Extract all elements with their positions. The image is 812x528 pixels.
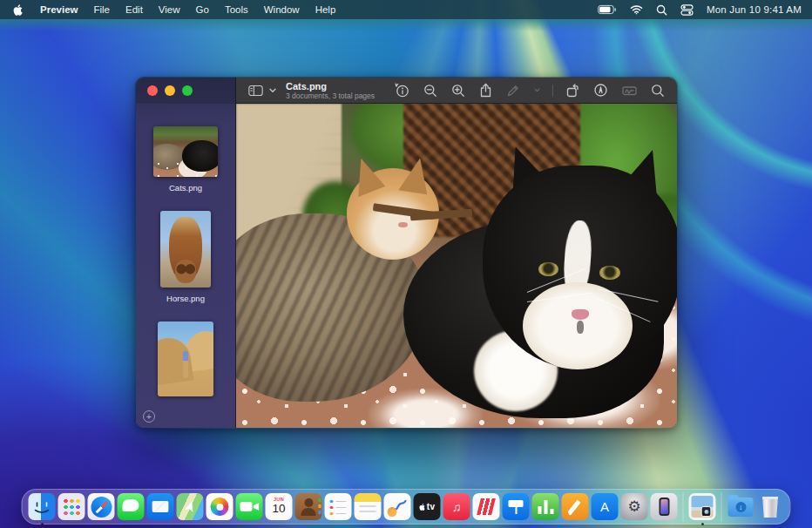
spotlight-search-icon[interactable] xyxy=(656,4,667,16)
window-title: Cats.png xyxy=(286,81,375,91)
window-title-group: Cats.png 3 documents, 3 total pages xyxy=(286,81,375,100)
toolbar-divider xyxy=(552,85,553,97)
menu-bar-status: Mon Jun 10 9:41 AM xyxy=(598,4,802,16)
thumbnail-label-horse: Horse.png xyxy=(166,294,205,303)
window-subtitle: 3 documents, 3 total pages xyxy=(286,91,375,100)
dock-messages-icon[interactable] xyxy=(118,493,145,520)
appletv-tv-glyph: tv xyxy=(427,502,436,511)
photo-tuxedo-eye xyxy=(599,266,619,280)
dock-launchpad-icon[interactable] xyxy=(58,493,85,520)
dock-finder-slot xyxy=(29,493,56,520)
markup-pencil-icon[interactable] xyxy=(504,82,522,99)
dock-keynote-icon[interactable] xyxy=(503,493,530,520)
menu-view[interactable]: View xyxy=(151,4,188,15)
dock-settings-icon[interactable]: ⚙ xyxy=(621,493,648,520)
downloads-arrow-glyph: ↓ xyxy=(735,502,746,512)
markup-chevron-icon[interactable] xyxy=(532,86,542,94)
photo-tuxedo-mouth xyxy=(577,321,584,334)
control-center-icon[interactable] xyxy=(680,4,694,16)
menu-bar: Preview File Edit View Go Tools Window H… xyxy=(0,0,812,19)
dock-trash-icon[interactable] xyxy=(757,493,784,520)
signature-icon[interactable] xyxy=(620,83,639,98)
dock-contacts-icon[interactable] xyxy=(295,493,322,520)
add-page-button[interactable]: + xyxy=(143,410,155,423)
zoom-in-icon[interactable] xyxy=(450,82,467,99)
settings-gear-glyph: ⚙ xyxy=(627,499,640,514)
photo-tuxedo-nose xyxy=(572,309,589,320)
dock-music-icon[interactable]: ♫ xyxy=(443,493,470,520)
battery-icon[interactable] xyxy=(598,4,617,15)
cats-photo xyxy=(236,104,677,428)
dock-iphone-mirroring-icon[interactable] xyxy=(651,493,678,520)
sidebar-toggle-icon[interactable] xyxy=(247,83,265,98)
photo-tuxedo-eye xyxy=(538,262,558,276)
apple-logo-icon xyxy=(12,3,24,17)
menu-go[interactable]: Go xyxy=(188,4,217,15)
dock-appletv-icon[interactable]: tv xyxy=(414,493,441,520)
menu-edit[interactable]: Edit xyxy=(118,4,151,15)
fullscreen-button[interactable] xyxy=(182,85,193,96)
window-toolbar: Cats.png 3 documents, 3 total pages xyxy=(236,78,677,104)
minimize-button[interactable] xyxy=(165,85,175,96)
titlebar-traffic-lights xyxy=(136,78,235,104)
calendar-day: 10 xyxy=(266,502,293,515)
dock-appstore-icon[interactable]: A xyxy=(592,493,619,520)
thumbnail-horse[interactable]: Horse.png xyxy=(160,211,211,303)
thumbnail-cats[interactable]: Cats.png xyxy=(153,126,218,193)
highlight-icon[interactable] xyxy=(592,81,610,99)
dock-preview-icon[interactable] xyxy=(689,493,716,520)
thumbnail-desert[interactable] xyxy=(158,322,213,396)
search-icon[interactable] xyxy=(649,82,667,99)
dock-facetime-icon[interactable] xyxy=(236,493,263,520)
apple-menu[interactable] xyxy=(10,3,32,17)
share-icon[interactable] xyxy=(477,81,494,99)
sidebar-chevron-down-icon[interactable] xyxy=(267,86,278,95)
dock-divider xyxy=(721,492,722,522)
dock-downloads-icon[interactable]: ↓ xyxy=(727,493,754,520)
close-button[interactable] xyxy=(147,85,158,96)
horse-thumbnail-image xyxy=(160,211,211,288)
preview-window: Cats.png Horse.png + xyxy=(135,77,678,429)
dock-pages-icon[interactable] xyxy=(562,493,589,520)
menu-file[interactable]: File xyxy=(85,4,118,15)
zoom-out-icon[interactable] xyxy=(422,82,439,99)
cats-thumbnail-image xyxy=(153,126,218,177)
window-main: Cats.png 3 documents, 3 total pages xyxy=(236,78,677,428)
menu-preview[interactable]: Preview xyxy=(32,4,85,15)
thumbnail-list: Cats.png Horse.png + xyxy=(136,104,235,428)
dock-preview-slot xyxy=(689,493,716,520)
inspector-icon[interactable] xyxy=(393,81,411,99)
dock-photos-icon[interactable] xyxy=(206,493,233,520)
desert-thumbnail-image xyxy=(158,322,213,396)
dock-maps-icon[interactable] xyxy=(177,493,204,520)
dock-mail-icon[interactable] xyxy=(147,493,174,520)
dock-divider xyxy=(683,492,684,522)
menu-bar-menus: Preview File Edit View Go Tools Window H… xyxy=(10,3,343,17)
dock-finder-icon[interactable] xyxy=(29,493,56,520)
rotate-icon[interactable] xyxy=(564,82,581,99)
dock-calendar-icon[interactable]: JUN 10 xyxy=(266,493,293,520)
menu-bar-clock[interactable]: Mon Jun 10 9:41 AM xyxy=(707,4,802,15)
dock-numbers-icon[interactable] xyxy=(532,493,559,520)
desert-thumbnail-art xyxy=(158,322,213,396)
image-canvas xyxy=(236,104,677,428)
dock: JUN 10 tv ♫ A ⚙ xyxy=(22,489,791,525)
menu-tools[interactable]: Tools xyxy=(217,4,256,15)
music-note-glyph: ♫ xyxy=(452,501,462,513)
desktop: Preview File Edit View Go Tools Window H… xyxy=(0,0,812,528)
cats-thumbnail-art xyxy=(153,126,218,177)
horse-thumbnail-art xyxy=(160,211,211,288)
dock-safari-icon[interactable] xyxy=(88,493,115,520)
thumbnail-label-cats: Cats.png xyxy=(169,183,202,193)
appstore-a-glyph: A xyxy=(600,499,609,514)
menu-help[interactable]: Help xyxy=(308,4,344,15)
dock-news-icon[interactable] xyxy=(473,493,500,520)
dock-freeform-icon[interactable] xyxy=(384,493,411,520)
dock-reminders-icon[interactable] xyxy=(325,493,352,520)
wifi-icon[interactable] xyxy=(630,4,643,15)
window-sidebar: Cats.png Horse.png + xyxy=(136,78,236,428)
menu-window[interactable]: Window xyxy=(256,4,308,15)
dock-notes-icon[interactable] xyxy=(355,493,382,520)
